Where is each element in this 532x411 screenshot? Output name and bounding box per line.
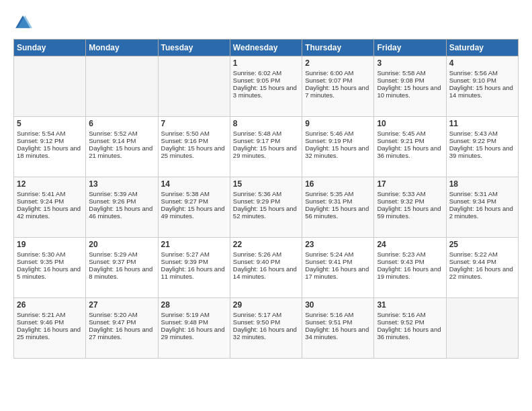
day-number: 19 — [17, 240, 83, 249]
calendar-cell: 31Sunrise: 5:16 AMSunset: 9:52 PMDayligh… — [374, 298, 446, 359]
sunrise-text: Sunrise: 5:58 AM — [377, 69, 443, 77]
weekday-header: Saturday — [446, 40, 518, 56]
calendar-cell — [14, 56, 86, 117]
day-number: 26 — [17, 300, 83, 310]
day-number: 14 — [161, 179, 227, 189]
calendar-cell — [446, 298, 518, 359]
sunrise-text: Sunrise: 6:02 AM — [233, 69, 299, 77]
day-number: 4 — [449, 58, 515, 68]
calendar-cell: 19Sunrise: 5:30 AMSunset: 9:35 PMDayligh… — [14, 238, 86, 298]
day-number: 29 — [233, 300, 299, 310]
sunset-text: Sunset: 9:19 PM — [305, 137, 371, 144]
sunrise-text: Sunrise: 5:46 AM — [305, 130, 371, 137]
calendar-cell: 22Sunrise: 5:26 AMSunset: 9:40 PMDayligh… — [230, 238, 302, 298]
day-number: 8 — [233, 119, 299, 128]
sunset-text: Sunset: 9:27 PM — [161, 197, 227, 205]
sunset-text: Sunset: 9:10 PM — [449, 77, 515, 84]
day-number: 1 — [233, 58, 299, 68]
sunrise-text: Sunrise: 5:41 AM — [17, 190, 83, 197]
calendar-cell: 21Sunrise: 5:27 AMSunset: 9:39 PMDayligh… — [158, 238, 230, 298]
weekday-header: Monday — [86, 40, 158, 56]
sunset-text: Sunset: 9:12 PM — [17, 137, 83, 144]
daylight-text: Daylight: 15 hours and 10 minutes. — [377, 84, 443, 99]
calendar-cell: 1Sunrise: 6:02 AMSunset: 9:05 PMDaylight… — [230, 56, 302, 117]
calendar-cell: 27Sunrise: 5:20 AMSunset: 9:47 PMDayligh… — [86, 298, 158, 359]
sunrise-text: Sunrise: 5:30 AM — [17, 250, 83, 258]
day-number: 7 — [161, 119, 227, 128]
daylight-text: Daylight: 16 hours and 17 minutes. — [305, 265, 371, 280]
sunrise-text: Sunrise: 5:21 AM — [17, 311, 83, 318]
sunset-text: Sunset: 9:07 PM — [305, 77, 371, 84]
calendar-cell: 15Sunrise: 5:36 AMSunset: 9:29 PMDayligh… — [230, 177, 302, 238]
sunset-text: Sunset: 9:39 PM — [161, 258, 227, 265]
sunrise-text: Sunrise: 5:36 AM — [233, 190, 299, 197]
sunset-text: Sunset: 9:44 PM — [449, 258, 515, 265]
sunrise-text: Sunrise: 5:31 AM — [449, 190, 515, 197]
sunset-text: Sunset: 9:24 PM — [17, 197, 83, 205]
calendar-cell: 14Sunrise: 5:38 AMSunset: 9:27 PMDayligh… — [158, 177, 230, 238]
calendar-week-row: 12Sunrise: 5:41 AMSunset: 9:24 PMDayligh… — [14, 177, 519, 238]
daylight-text: Daylight: 15 hours and 32 minutes. — [305, 144, 371, 159]
sunset-text: Sunset: 9:34 PM — [449, 197, 515, 205]
sunset-text: Sunset: 9:31 PM — [305, 197, 371, 205]
sunrise-text: Sunrise: 5:43 AM — [449, 130, 515, 137]
sunrise-text: Sunrise: 5:22 AM — [449, 250, 515, 258]
weekday-header: Sunday — [14, 40, 86, 56]
calendar-cell: 29Sunrise: 5:17 AMSunset: 9:50 PMDayligh… — [230, 298, 302, 359]
sunset-text: Sunset: 9:48 PM — [161, 318, 227, 326]
daylight-text: Daylight: 16 hours and 27 minutes. — [89, 326, 154, 340]
sunset-text: Sunset: 9:40 PM — [233, 258, 299, 265]
weekday-header: Thursday — [302, 40, 374, 56]
day-number: 11 — [449, 119, 515, 128]
sunrise-text: Sunrise: 6:00 AM — [305, 69, 371, 77]
calendar-cell: 26Sunrise: 5:21 AMSunset: 9:46 PMDayligh… — [14, 298, 86, 359]
logo — [13, 13, 35, 32]
sunrise-text: Sunrise: 5:27 AM — [161, 250, 227, 258]
daylight-text: Daylight: 16 hours and 2 minutes. — [449, 205, 515, 220]
calendar-cell: 25Sunrise: 5:22 AMSunset: 9:44 PMDayligh… — [446, 238, 518, 298]
sunset-text: Sunset: 9:21 PM — [377, 137, 443, 144]
day-number: 30 — [305, 300, 371, 310]
sunset-text: Sunset: 9:52 PM — [377, 318, 443, 326]
daylight-text: Daylight: 15 hours and 52 minutes. — [233, 205, 299, 220]
calendar-cell: 10Sunrise: 5:45 AMSunset: 9:21 PMDayligh… — [374, 117, 446, 177]
page-header — [13, 13, 519, 32]
calendar-cell: 5Sunrise: 5:54 AMSunset: 9:12 PMDaylight… — [14, 117, 86, 177]
calendar-week-row: 1Sunrise: 6:02 AMSunset: 9:05 PMDaylight… — [14, 56, 519, 117]
day-number: 5 — [17, 119, 83, 128]
daylight-text: Daylight: 15 hours and 36 minutes. — [377, 144, 443, 159]
sunrise-text: Sunrise: 5:33 AM — [377, 190, 443, 197]
daylight-text: Daylight: 15 hours and 3 minutes. — [233, 84, 299, 99]
sunrise-text: Sunrise: 5:50 AM — [161, 130, 227, 137]
calendar-cell: 6Sunrise: 5:52 AMSunset: 9:14 PMDaylight… — [86, 117, 158, 177]
sunrise-text: Sunrise: 5:48 AM — [233, 130, 299, 137]
calendar-cell: 13Sunrise: 5:39 AMSunset: 9:26 PMDayligh… — [86, 177, 158, 238]
daylight-text: Daylight: 15 hours and 39 minutes. — [449, 144, 515, 159]
sunrise-text: Sunrise: 5:35 AM — [305, 190, 371, 197]
sunrise-text: Sunrise: 5:20 AM — [89, 311, 154, 318]
daylight-text: Daylight: 15 hours and 49 minutes. — [161, 205, 227, 220]
calendar-cell: 24Sunrise: 5:23 AMSunset: 9:43 PMDayligh… — [374, 238, 446, 298]
sunset-text: Sunset: 9:22 PM — [449, 137, 515, 144]
sunrise-text: Sunrise: 5:17 AM — [233, 311, 299, 318]
calendar-cell: 20Sunrise: 5:29 AMSunset: 9:37 PMDayligh… — [86, 238, 158, 298]
daylight-text: Daylight: 15 hours and 21 minutes. — [89, 144, 154, 159]
sunset-text: Sunset: 9:46 PM — [17, 318, 83, 326]
day-number: 12 — [17, 179, 83, 189]
sunrise-text: Sunrise: 5:38 AM — [161, 190, 227, 197]
daylight-text: Daylight: 16 hours and 36 minutes. — [377, 326, 443, 340]
sunrise-text: Sunrise: 5:23 AM — [377, 250, 443, 258]
sunrise-text: Sunrise: 5:29 AM — [89, 250, 154, 258]
sunset-text: Sunset: 9:35 PM — [17, 258, 83, 265]
calendar-cell: 28Sunrise: 5:19 AMSunset: 9:48 PMDayligh… — [158, 298, 230, 359]
day-number: 31 — [377, 300, 443, 310]
day-number: 22 — [233, 240, 299, 249]
sunset-text: Sunset: 9:37 PM — [89, 258, 154, 265]
sunrise-text: Sunrise: 5:52 AM — [89, 130, 154, 137]
daylight-text: Daylight: 16 hours and 22 minutes. — [449, 265, 515, 280]
calendar-cell: 30Sunrise: 5:16 AMSunset: 9:51 PMDayligh… — [302, 298, 374, 359]
calendar-week-row: 19Sunrise: 5:30 AMSunset: 9:35 PMDayligh… — [14, 238, 519, 298]
calendar-cell: 17Sunrise: 5:33 AMSunset: 9:32 PMDayligh… — [374, 177, 446, 238]
day-number: 27 — [89, 300, 154, 310]
calendar-header-row: SundayMondayTuesdayWednesdayThursdayFrid… — [14, 40, 519, 56]
